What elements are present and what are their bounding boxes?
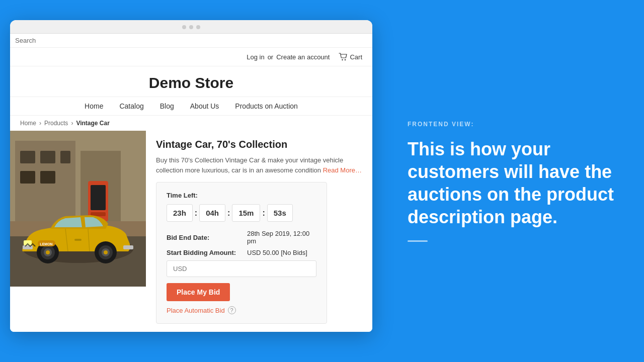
- timer-sep-1: :: [195, 209, 197, 218]
- frontend-heading: This is how your customers will have the…: [408, 138, 619, 228]
- svg-rect-10: [40, 171, 55, 184]
- or-label: or: [268, 53, 274, 61]
- bid-end-date-label: Bid End Date:: [167, 234, 247, 241]
- timer-sep-2: :: [227, 209, 230, 218]
- vintage-car-image: LEMON: [10, 131, 146, 287]
- place-bid-button[interactable]: Place My Bid: [167, 283, 230, 301]
- timer-minutes2: 15m: [232, 204, 260, 222]
- product-details: Vintage Car, 70's Collection Buy this 70…: [146, 131, 372, 332]
- bid-end-date-row: Bid End Date: 28th Sep 2019, 12:00 pm: [167, 230, 316, 245]
- timer-display: 23h : 04h : 15m : 53s: [167, 204, 316, 222]
- svg-point-19: [46, 250, 50, 254]
- nav-about-us[interactable]: About Us: [190, 102, 219, 110]
- browser-window: Search Log in or Create an account Cart: [10, 20, 372, 332]
- nav-catalog[interactable]: Catalog: [119, 102, 143, 110]
- nav-blog[interactable]: Blog: [160, 102, 174, 110]
- store-nav: Home Catalog Blog About Us Products on A…: [10, 97, 372, 116]
- start-bidding-label: Start Bidding Amount:: [167, 249, 247, 256]
- cart-link[interactable]: Cart: [350, 53, 362, 61]
- browser-panel: Search Log in or Create an account Cart: [0, 0, 382, 362]
- bid-input[interactable]: [167, 260, 316, 277]
- cart-icon: [339, 53, 348, 61]
- product-title: Vintage Car, 70's Collection: [156, 139, 362, 150]
- auction-box: Time Left: 23h : 04h : 15m : 53s: [156, 182, 327, 324]
- svg-rect-6: [20, 151, 35, 163]
- bid-end-date-value: 28th Sep 2019, 12:00 pm: [247, 230, 316, 245]
- time-left-label: Time Left:: [167, 192, 316, 199]
- auto-bid-label: Place Automatic Bid: [167, 307, 225, 314]
- breadcrumb-current: Vintage Car: [76, 120, 109, 127]
- breadcrumb-home[interactable]: Home: [20, 120, 36, 127]
- nav-home[interactable]: Home: [85, 102, 103, 110]
- svg-point-0: [342, 59, 343, 60]
- start-bidding-row: Start Bidding Amount: USD 50.00 [No Bids…: [167, 249, 316, 256]
- read-more-link[interactable]: Read More…: [323, 166, 362, 174]
- browser-dot-3: [196, 25, 200, 29]
- svg-rect-7: [40, 151, 55, 163]
- start-bidding-value: USD 50.00 [No Bids]: [247, 249, 307, 256]
- info-panel: FRONTEND VIEW: This is how your customer…: [382, 0, 644, 362]
- timer-minutes1: 04h: [199, 204, 225, 222]
- create-account-link[interactable]: Create an account: [276, 53, 330, 61]
- store-title: Demo Store: [10, 74, 372, 92]
- search-bar: Search: [10, 34, 372, 48]
- product-section: LEMON Vintage Car, 70's Collection Buy t…: [10, 131, 372, 332]
- store-content: Search Log in or Create an account Cart: [10, 34, 372, 332]
- svg-rect-26: [24, 240, 32, 245]
- search-label[interactable]: Search: [15, 37, 36, 44]
- frontend-view-label: FRONTEND VIEW:: [408, 121, 619, 128]
- svg-text:LEMON: LEMON: [40, 242, 52, 246]
- breadcrumb-sep-1: ›: [39, 120, 41, 127]
- svg-point-23: [104, 250, 108, 254]
- svg-rect-9: [20, 171, 35, 184]
- svg-rect-29: [74, 239, 82, 241]
- browser-chrome: [10, 20, 372, 34]
- svg-rect-12: [91, 185, 106, 210]
- timer-sep-3: :: [262, 209, 265, 218]
- product-description: Buy this 70's Collection Vintage Car & m…: [156, 155, 362, 175]
- heading-divider: [408, 240, 428, 242]
- timer-hours: 23h: [167, 204, 193, 222]
- login-link[interactable]: Log in: [247, 53, 264, 61]
- store-header: Log in or Create an account Cart: [10, 48, 372, 66]
- store-title-section: Demo Store: [10, 66, 372, 97]
- browser-dot-1: [182, 25, 186, 29]
- svg-point-1: [345, 59, 346, 60]
- browser-dot-2: [189, 25, 193, 29]
- product-image: LEMON: [10, 131, 146, 287]
- browser-dots: [17, 25, 365, 29]
- breadcrumb-products[interactable]: Products: [44, 120, 68, 127]
- cart-icon-wrapper: Cart: [339, 53, 362, 61]
- nav-products-on-auction[interactable]: Products on Auction: [235, 102, 298, 110]
- help-icon: ?: [228, 306, 236, 314]
- breadcrumb-sep-2: ›: [71, 120, 73, 127]
- auto-bid-link[interactable]: Place Automatic Bid ?: [167, 306, 316, 314]
- svg-rect-25: [123, 245, 133, 249]
- svg-rect-8: [60, 151, 70, 163]
- product-description-text: Buy this 70's Collection Vintage Car & m…: [156, 156, 343, 174]
- timer-seconds: 53s: [267, 204, 293, 222]
- breadcrumb: Home › Products › Vintage Car: [10, 116, 372, 131]
